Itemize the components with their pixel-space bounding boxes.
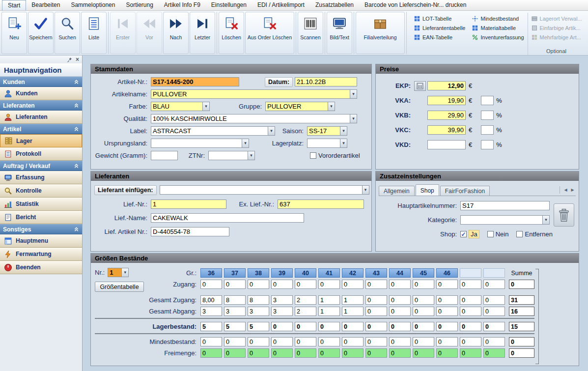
size-cell[interactable]: 3	[224, 307, 246, 316]
sidebar-item-bericht[interactable]: Bericht	[0, 211, 82, 224]
size-cell[interactable]: 0	[389, 295, 411, 305]
lieferant-einfuegen-button[interactable]: Lieferant einfügen:	[94, 185, 157, 195]
dropdown-arrow-icon[interactable]	[242, 139, 249, 148]
menu-item-sortierung[interactable]: Sortierung	[120, 0, 158, 10]
datum-field[interactable]: 21.10.22B	[295, 77, 357, 86]
dropdown-arrow-icon[interactable]	[362, 185, 369, 195]
size-cell[interactable]: 0	[413, 307, 434, 316]
size-cell[interactable]: 0	[248, 348, 269, 358]
sidebar-item-kontrolle[interactable]: Kontrolle	[0, 184, 82, 198]
size-cell[interactable]: 0	[389, 337, 411, 346]
suchen-button[interactable]: Suchen	[55, 12, 80, 54]
kategorie-field[interactable]	[460, 215, 542, 225]
shop-nein-checkbox[interactable]	[487, 231, 494, 237]
size-cell[interactable]: 0	[342, 348, 364, 358]
size-cell[interactable]: 0	[460, 295, 481, 305]
menu-item-start[interactable]: Start	[2, 0, 26, 10]
bild-text-button[interactable]: Bild/Text	[327, 12, 352, 54]
size-cell[interactable]: 3	[271, 307, 293, 316]
menu-item-edi-artikelimport[interactable]: EDI / Artikelimport	[252, 0, 310, 10]
gruppe-field[interactable]: PULLOVER	[265, 102, 328, 111]
lagerort-verwaltung-button[interactable]: Lagerort Verwal...	[532, 16, 582, 22]
sidebar-item-hauptmenu[interactable]: Hauptmenu	[0, 234, 82, 248]
size-cell[interactable]: 0	[436, 295, 458, 305]
nach-button[interactable]: Nach	[163, 12, 189, 54]
sidebar-item-beenden[interactable]: Beenden	[0, 261, 82, 274]
mehrfarbige-artikel-button[interactable]: Mehrfarbige Art...	[532, 34, 582, 40]
size-cell[interactable]: 0	[460, 280, 481, 289]
dropdown-arrow-icon[interactable]	[542, 215, 550, 225]
size-cell[interactable]: 0	[248, 337, 269, 346]
size-cell[interactable]: 1	[318, 295, 340, 305]
vka-field[interactable]: 19,90	[427, 96, 466, 105]
size-cell[interactable]: 0	[483, 295, 505, 305]
vkc-percent-field[interactable]	[481, 125, 494, 135]
size-cell[interactable]: 0	[295, 322, 316, 331]
size-cell[interactable]: 0	[365, 322, 387, 331]
size-cell[interactable]: 8,00	[200, 295, 222, 305]
size-cell[interactable]: 0	[460, 322, 481, 331]
dropdown-arrow-icon[interactable]	[121, 268, 129, 277]
aus-order-loeschen-button[interactable]: Aus Order Löschen	[245, 12, 294, 54]
size-cell[interactable]: 0	[342, 337, 364, 346]
sidebar-group-header-sonstiges[interactable]: Sonstiges	[0, 224, 82, 234]
sidebar-item-lager[interactable]: Lager	[0, 134, 82, 147]
vororderartikel-checkbox[interactable]	[310, 152, 316, 159]
shop-entfernen-checkbox[interactable]	[516, 231, 523, 237]
vkd-field[interactable]	[427, 140, 466, 149]
sidebar-item-lieferanten[interactable]: Lieferanten	[0, 111, 82, 124]
ursprungsland-field[interactable]	[151, 139, 242, 148]
size-cell[interactable]: 0	[483, 322, 505, 331]
lieferantentabelle-button[interactable]: Lieferantentabelle	[414, 25, 465, 31]
inventurerfassung-button[interactable]: Inventurerfassung	[472, 34, 524, 40]
size-cell[interactable]: 0	[224, 280, 246, 289]
lieferant-einfuegen-field[interactable]	[160, 185, 362, 195]
loeschen-button[interactable]: Löschen	[219, 12, 244, 54]
sidebar-group-header-artikel[interactable]: Artikel	[0, 124, 82, 134]
size-cell[interactable]: 0	[436, 280, 458, 289]
size-cell[interactable]: 0	[295, 280, 316, 289]
dropdown-arrow-icon[interactable]	[340, 126, 347, 136]
size-cell[interactable]: 0	[460, 307, 481, 316]
size-cell[interactable]: 0	[413, 337, 434, 346]
size-cell[interactable]: 0	[436, 322, 458, 331]
tab-scroll-right-icon[interactable]	[569, 186, 576, 194]
tab-allgemein[interactable]: Allgemein	[379, 186, 415, 196]
dropdown-arrow-icon[interactable]	[248, 151, 255, 160]
dropdown-arrow-icon[interactable]	[350, 114, 357, 123]
ex-lief-nr-field[interactable]: 637	[278, 200, 364, 209]
dropdown-arrow-icon[interactable]	[350, 89, 357, 99]
size-cell[interactable]: 0	[483, 280, 505, 289]
gewicht-field[interactable]	[151, 151, 178, 160]
vkd-percent-field[interactable]	[481, 140, 494, 149]
tab-shop[interactable]: Shop	[416, 184, 439, 196]
size-cell[interactable]: 0	[460, 348, 481, 358]
letzter-button[interactable]: Letzter	[190, 12, 215, 54]
sidebar-item-erfassung[interactable]: Erfassung	[0, 171, 82, 184]
menu-item-zusatztabellen[interactable]: Zusatztabellen	[310, 0, 359, 10]
sidebar-group-header-lieferanten[interactable]: Lieferanten	[0, 100, 82, 111]
speichern-button[interactable]: Speichern	[28, 12, 54, 54]
size-cell[interactable]: 3	[271, 295, 293, 305]
vkb-percent-field[interactable]	[481, 111, 494, 120]
size-cell[interactable]: 0	[365, 295, 387, 305]
lief-name-field[interactable]: CAKEWALK	[151, 213, 304, 223]
farbe-field[interactable]: BLAU	[151, 102, 202, 111]
size-cell[interactable]: 0	[342, 322, 364, 331]
materialtabelle-button[interactable]: Materialtabelle	[472, 25, 524, 31]
sidebar-item-protokoll[interactable]: Protokoll	[0, 147, 82, 161]
nr-field[interactable]: 1	[108, 268, 121, 277]
lagerplatz-field[interactable]	[307, 139, 340, 148]
qualitaet-field[interactable]: 100% KASCHMIRWOLLE	[151, 114, 350, 123]
filialverteilung-button[interactable]: Filialverteilung	[356, 12, 405, 54]
ekp-field[interactable]: 12,90	[427, 81, 466, 90]
size-cell[interactable]: 0	[318, 280, 340, 289]
size-cell[interactable]: 8	[248, 295, 269, 305]
lief-artikel-nr-field[interactable]: D-440554-78	[151, 227, 229, 236]
size-cell[interactable]: 0	[342, 280, 364, 289]
sidebar-item-kunden[interactable]: Kunden	[0, 87, 82, 100]
size-cell[interactable]: 0	[413, 280, 434, 289]
calculator-button[interactable]	[414, 81, 426, 91]
size-cell[interactable]: 0	[200, 348, 222, 358]
menu-item-sammeloptionen[interactable]: Sammeloptionen	[65, 0, 120, 10]
